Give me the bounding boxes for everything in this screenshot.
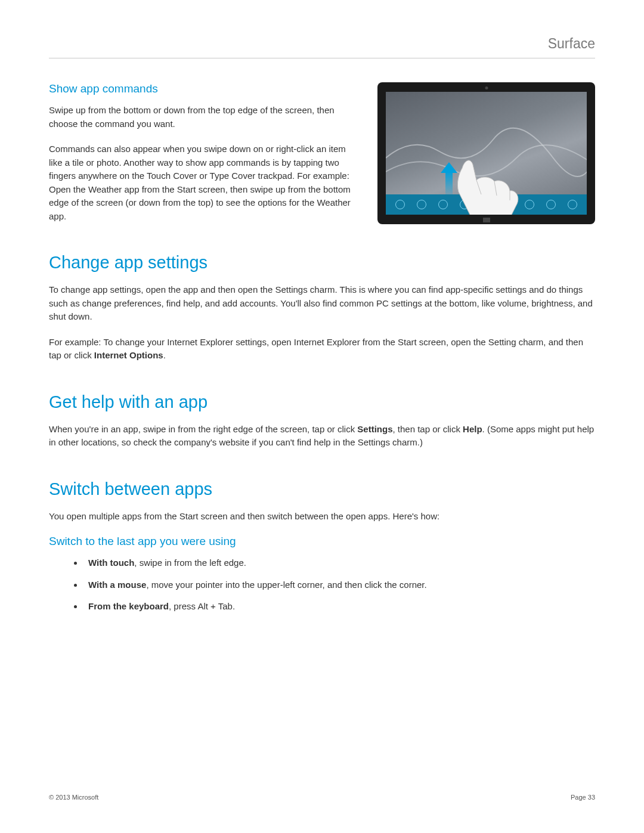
- windows-button-icon: [483, 218, 490, 222]
- paragraph: For example: To change your Internet Exp…: [49, 336, 595, 363]
- appbar-icon: [546, 200, 556, 209]
- heading-switch-last-app: Switch to the last app you were using: [49, 535, 595, 548]
- paragraph: Commands can also appear when you swipe …: [49, 143, 361, 223]
- appbar-icon: [395, 200, 405, 209]
- section-show-app-commands: Show app commands Swipe up from the bott…: [49, 82, 595, 224]
- page-header: Surface: [49, 36, 595, 58]
- bold-text: Help: [463, 424, 482, 434]
- section-get-help: Get help with an app When you're in an a…: [49, 392, 595, 450]
- appbar-icon: [525, 200, 534, 209]
- heading-show-app-commands: Show app commands: [49, 82, 361, 95]
- paragraph: Swipe up from the bottom or down from th…: [49, 104, 361, 131]
- heading-get-help: Get help with an app: [49, 392, 595, 412]
- swipe-up-arrow-icon: [441, 161, 457, 194]
- text: , move your pointer into the upper-left …: [146, 580, 426, 590]
- app-command-bar: [386, 194, 587, 215]
- paragraph: To change app settings, open the app and…: [49, 283, 595, 324]
- bold-text: From the keyboard: [88, 601, 169, 611]
- appbar-icon: [568, 200, 577, 209]
- list-item: With a mouse, move your pointer into the…: [83, 578, 595, 592]
- list-item: With touch, swipe in from the left edge.: [83, 556, 595, 570]
- appbar-icon: [481, 200, 491, 209]
- bold-text: With a mouse: [88, 580, 146, 590]
- appbar-icon: [503, 200, 513, 209]
- copyright-text: © 2013 Microsoft: [49, 794, 98, 801]
- paragraph: You open multiple apps from the Start sc…: [49, 510, 595, 524]
- bold-text: With touch: [88, 558, 134, 568]
- camera-icon: [485, 86, 488, 89]
- bullet-list: With touch, swipe in from the left edge.…: [83, 556, 595, 614]
- appbar-icon: [417, 200, 426, 209]
- bold-text: Internet Options: [94, 350, 163, 360]
- appbar-icon: [460, 200, 469, 209]
- text: , press Alt + Tab.: [169, 601, 235, 611]
- heading-switch-apps: Switch between apps: [49, 479, 595, 499]
- page-number: Page 33: [571, 794, 595, 801]
- list-item: From the keyboard, press Alt + Tab.: [83, 600, 595, 614]
- text: When you're in an app, swipe in from the…: [49, 424, 357, 434]
- appbar-icon: [438, 200, 448, 209]
- bold-text: Settings: [357, 424, 392, 434]
- heading-change-app-settings: Change app settings: [49, 253, 595, 272]
- section-change-app-settings: Change app settings To change app settin…: [49, 253, 595, 363]
- text: , swipe in from the left edge.: [134, 558, 246, 568]
- text: , then tap or click: [393, 424, 463, 434]
- brand-label: Surface: [548, 36, 595, 52]
- text: .: [163, 350, 166, 360]
- tablet-illustration: [377, 82, 595, 224]
- section-switch-apps: Switch between apps You open multiple ap…: [49, 479, 595, 614]
- page-footer: © 2013 Microsoft Page 33: [49, 794, 595, 801]
- paragraph: When you're in an app, swipe in from the…: [49, 423, 595, 450]
